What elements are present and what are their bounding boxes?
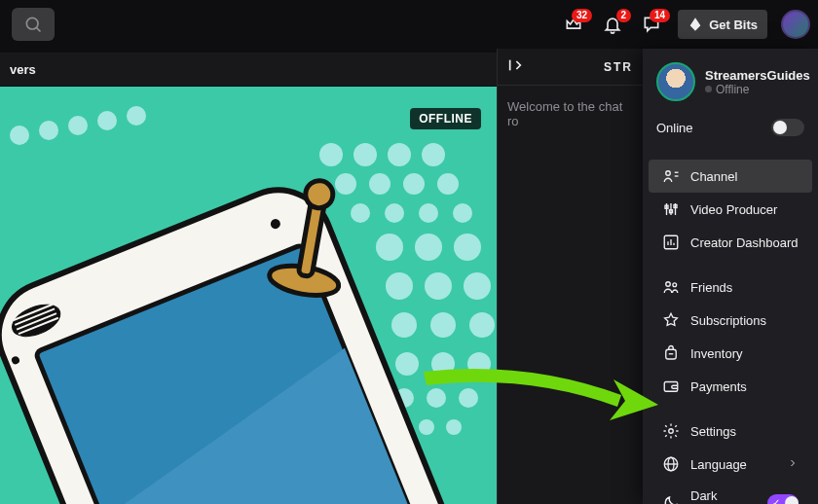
bits-icon bbox=[688, 17, 703, 32]
svg-point-26 bbox=[467, 352, 491, 376]
collapse-icon bbox=[507, 57, 523, 73]
menu-item-subscriptions[interactable]: Subscriptions bbox=[649, 304, 812, 337]
svg-point-31 bbox=[419, 419, 434, 435]
menu-item-video-producer[interactable]: Video Producer bbox=[649, 193, 812, 226]
followers-label: vers bbox=[10, 62, 36, 77]
menu-item-channel[interactable]: Channel bbox=[649, 160, 812, 193]
top-bar: 32 2 14 Get Bits bbox=[0, 0, 818, 49]
svg-point-53 bbox=[666, 171, 671, 176]
menu-status: Offline bbox=[705, 83, 810, 96]
svg-point-11 bbox=[351, 203, 370, 223]
svg-point-32 bbox=[446, 419, 462, 435]
svg-point-36 bbox=[97, 111, 117, 130]
online-row: Online bbox=[643, 113, 818, 148]
channel-icon bbox=[662, 167, 680, 185]
svg-point-4 bbox=[353, 143, 377, 166]
menu-item-dark-theme[interactable]: Dark Theme ✓ bbox=[649, 481, 812, 504]
menu-item-payments[interactable]: Payments bbox=[649, 370, 812, 403]
menu-item-creator-dashboard[interactable]: Creator Dashboard bbox=[649, 226, 812, 259]
menu-username: StreamersGuides bbox=[705, 68, 810, 83]
chat-header: STR bbox=[498, 49, 643, 86]
get-bits-button[interactable]: Get Bits bbox=[678, 10, 767, 39]
offline-pill: OFFLINE bbox=[410, 108, 481, 129]
svg-point-0 bbox=[26, 18, 38, 29]
svg-point-29 bbox=[459, 388, 478, 408]
svg-point-13 bbox=[419, 203, 438, 223]
friends-icon bbox=[662, 278, 680, 296]
menu-label: Video Producer bbox=[690, 202, 777, 217]
user-avatar-button[interactable] bbox=[781, 10, 810, 39]
svg-point-37 bbox=[127, 106, 146, 126]
chevron-right-icon bbox=[787, 457, 799, 472]
menu-item-friends[interactable]: Friends bbox=[649, 270, 812, 304]
followers-row: vers bbox=[0, 53, 497, 86]
menu-label: Creator Dashboard bbox=[690, 235, 799, 250]
search-input[interactable] bbox=[12, 8, 55, 41]
user-menu: StreamersGuides Offline Online Channel V… bbox=[643, 49, 818, 504]
svg-point-28 bbox=[427, 388, 446, 408]
svg-point-20 bbox=[464, 272, 491, 300]
menu-label: Inventory bbox=[690, 346, 742, 361]
prime-badge: 32 bbox=[572, 9, 592, 22]
svg-point-22 bbox=[430, 312, 456, 338]
menu-label: Payments bbox=[690, 379, 747, 394]
svg-point-34 bbox=[39, 121, 58, 140]
svg-point-9 bbox=[403, 173, 425, 195]
menu-item-language[interactable]: Language bbox=[649, 448, 812, 481]
notifications-badge: 2 bbox=[616, 9, 632, 22]
star-icon bbox=[662, 311, 680, 329]
prime-loot-button[interactable]: 32 bbox=[561, 12, 586, 37]
svg-point-66 bbox=[666, 282, 671, 287]
svg-point-33 bbox=[10, 126, 29, 145]
notifications-button[interactable]: 2 bbox=[600, 12, 625, 37]
video-player[interactable]: OFFLINE bbox=[0, 87, 497, 504]
svg-point-6 bbox=[422, 143, 445, 166]
svg-point-12 bbox=[385, 203, 404, 223]
svg-point-19 bbox=[425, 272, 452, 300]
svg-point-25 bbox=[431, 352, 455, 376]
menu-label: Settings bbox=[690, 424, 736, 439]
dark-theme-toggle[interactable]: ✓ bbox=[767, 494, 799, 504]
menu-avatar bbox=[656, 62, 695, 101]
svg-point-23 bbox=[469, 312, 495, 338]
search-icon bbox=[23, 15, 43, 34]
svg-point-24 bbox=[395, 352, 419, 376]
svg-point-18 bbox=[386, 272, 413, 300]
svg-point-16 bbox=[415, 234, 442, 261]
svg-line-1 bbox=[36, 27, 40, 31]
svg-point-7 bbox=[335, 173, 356, 195]
moon-icon bbox=[662, 494, 680, 504]
menu-item-inventory[interactable]: Inventory bbox=[649, 337, 812, 370]
svg-point-14 bbox=[453, 203, 472, 223]
top-right: 32 2 14 Get Bits bbox=[561, 0, 810, 49]
menu-header: StreamersGuides Offline bbox=[643, 62, 818, 113]
collapse-chat-button[interactable] bbox=[507, 57, 523, 77]
svg-point-8 bbox=[369, 173, 390, 195]
menu-label: Language bbox=[690, 457, 747, 472]
menu-label: Subscriptions bbox=[690, 313, 766, 328]
svg-point-51 bbox=[304, 178, 335, 209]
menu-item-settings[interactable]: Settings bbox=[649, 414, 812, 448]
backpack-icon bbox=[662, 344, 680, 362]
whispers-badge: 14 bbox=[650, 9, 670, 22]
svg-point-71 bbox=[669, 429, 674, 434]
producer-icon bbox=[662, 200, 680, 218]
svg-point-17 bbox=[454, 234, 481, 261]
chat-welcome: Welcome to the chat ro bbox=[498, 86, 643, 142]
svg-point-67 bbox=[673, 283, 677, 287]
menu-label: Channel bbox=[690, 169, 737, 184]
dashboard-icon bbox=[662, 234, 680, 251]
svg-point-21 bbox=[391, 312, 417, 338]
gear-icon bbox=[662, 422, 680, 440]
offline-art bbox=[0, 87, 497, 504]
chat-panel: STR Welcome to the chat ro bbox=[497, 49, 643, 504]
wallet-icon bbox=[662, 378, 680, 395]
svg-point-10 bbox=[437, 173, 459, 195]
svg-rect-70 bbox=[664, 382, 678, 392]
menu-label: Friends bbox=[690, 280, 732, 295]
menu-label: Dark Theme bbox=[690, 488, 757, 504]
whispers-button[interactable]: 14 bbox=[639, 12, 664, 37]
svg-point-15 bbox=[376, 234, 403, 261]
online-toggle[interactable] bbox=[771, 119, 804, 136]
chat-title: STR bbox=[604, 60, 633, 74]
